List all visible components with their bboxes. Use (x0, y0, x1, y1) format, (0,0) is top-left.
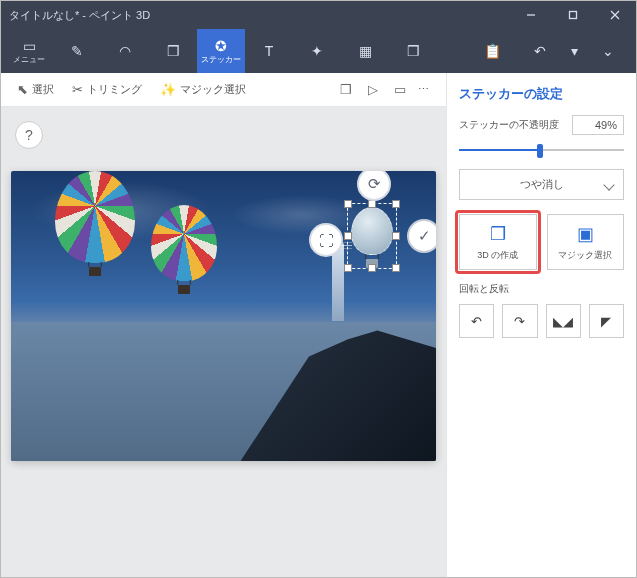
opacity-slider[interactable] (459, 141, 624, 159)
rotate-handle[interactable]: ⟳ (357, 171, 391, 201)
handle-tc[interactable] (368, 200, 376, 208)
crop-tool[interactable]: ✂ トリミング (66, 78, 148, 101)
minimize-button[interactable] (510, 1, 552, 29)
undo-button[interactable]: ↶ (516, 29, 564, 73)
handle-bc[interactable] (368, 264, 376, 272)
stamp-icon: ⛶ (319, 232, 334, 249)
magic-select-button[interactable]: ▣ マジック選択 (547, 214, 625, 270)
more-tools[interactable]: ⋯ (412, 83, 436, 96)
check-icon: ✓ (418, 227, 431, 245)
finish-dropdown[interactable]: つや消し (459, 169, 624, 200)
stamp-button[interactable]: ⛶ (309, 223, 343, 257)
flip-v-icon: ◤ (601, 314, 611, 329)
close-button[interactable] (594, 1, 636, 29)
history-dropdown[interactable]: ▾ (564, 29, 584, 73)
paste-button[interactable]: 📋 (468, 29, 516, 73)
expand-button[interactable]: ⌄ (584, 29, 632, 73)
mixed-reality-tool[interactable]: ▷ (368, 82, 378, 97)
magic-wand-icon: ✨ (160, 82, 176, 97)
make-3d-button[interactable]: ❒ 3D の作成 (459, 214, 537, 270)
magic-select-tool[interactable]: ✨ マジック選択 (154, 78, 252, 101)
effects-tab[interactable]: ✦ (293, 29, 341, 73)
cube-icon: ❒ (167, 43, 180, 59)
stickers-tab[interactable]: ✪ ステッカー (197, 29, 245, 73)
canvas-tab[interactable]: ▦ (341, 29, 389, 73)
brushes-tab[interactable]: ✎ (53, 29, 101, 73)
menu-tab[interactable]: ▭ メニュー (5, 29, 53, 73)
canvas[interactable]: ? (1, 107, 446, 577)
handle-tr[interactable] (392, 200, 400, 208)
sub-toolbar: ⬉ 選択 ✂ トリミング ✨ マジック選択 ❒ ▷ ▭ ⋯ (1, 73, 446, 107)
balloon-large (55, 171, 135, 276)
chevron-down-icon: ⌄ (602, 43, 614, 59)
main-toolbar: ▭ メニュー ✎ ◠ ❒ ✪ ステッカー T ✦ ▦ ❒ 📋 ↶ ▾ ⌄ (1, 29, 636, 73)
window-title: タイトルなし* - ペイント 3D (9, 8, 510, 23)
zoom-tool[interactable]: ▭ (394, 82, 406, 97)
flip-horizontal-button[interactable]: ◣◢ (546, 304, 581, 338)
shapes3d-tab[interactable]: ❒ (149, 29, 197, 73)
view3d-tool[interactable]: ❒ (340, 82, 352, 97)
library-tab[interactable]: ❒ (389, 29, 437, 73)
cube3d-icon: ❒ (490, 223, 506, 245)
canvas-image: ⟳ ⛶ ✓ (11, 171, 436, 461)
handle-bl[interactable] (344, 264, 352, 272)
commit-button[interactable]: ✓ (407, 219, 436, 253)
title-bar: タイトルなし* - ペイント 3D (1, 1, 636, 29)
shapes2d-tab[interactable]: ◠ (101, 29, 149, 73)
handle-ml[interactable] (344, 232, 352, 240)
sticker-icon: ✪ (215, 38, 227, 54)
handle-br[interactable] (392, 264, 400, 272)
app-window: タイトルなし* - ペイント 3D ▭ メニュー ✎ ◠ ❒ ✪ ステッカー T… (0, 0, 637, 578)
selection-box[interactable] (347, 203, 397, 269)
rotate-ccw-button[interactable]: ↶ (459, 304, 494, 338)
select-tool[interactable]: ⬉ 選択 (11, 78, 60, 101)
opacity-value[interactable]: 49% (572, 115, 624, 135)
text-tab[interactable]: T (245, 29, 293, 73)
canvas-icon: ▦ (359, 43, 372, 59)
balloon-medium (151, 205, 217, 294)
sidebar-title: ステッカーの設定 (459, 85, 624, 103)
undo-icon: ↶ (534, 43, 546, 59)
paste-icon: 📋 (484, 43, 501, 59)
help-button[interactable]: ? (15, 121, 43, 149)
rotate-cw-button[interactable]: ↷ (502, 304, 537, 338)
shapes2d-icon: ◠ (119, 43, 131, 59)
sidebar: ステッカーの設定 ステッカーの不透明度 49% つや消し ❒ 3D の作成 ▣ (446, 73, 636, 577)
rotate-flip-label: 回転と反転 (459, 282, 624, 296)
folder-icon: ▭ (23, 38, 36, 54)
rotate-cw-icon: ↷ (514, 314, 525, 329)
crop-icon: ✂ (72, 82, 83, 97)
maximize-button[interactable] (552, 1, 594, 29)
handle-mr[interactable] (392, 232, 400, 240)
rotate-ccw-icon: ↶ (471, 314, 482, 329)
effects-icon: ✦ (311, 43, 323, 59)
svg-rect-1 (570, 12, 577, 19)
flip-vertical-button[interactable]: ◤ (589, 304, 624, 338)
rotate-icon: ⟳ (368, 175, 381, 193)
opacity-label: ステッカーの不透明度 (459, 118, 564, 132)
caret-down-icon: ▾ (571, 43, 578, 59)
cursor-icon: ⬉ (17, 82, 28, 97)
magic-select-icon: ▣ (577, 223, 594, 245)
flip-h-icon: ◣◢ (553, 314, 573, 329)
text-icon: T (265, 43, 274, 59)
handle-tl[interactable] (344, 200, 352, 208)
library-icon: ❒ (407, 43, 420, 59)
canvas-area: ⬉ 選択 ✂ トリミング ✨ マジック選択 ❒ ▷ ▭ ⋯ ? (1, 73, 446, 577)
brush-icon: ✎ (71, 43, 83, 59)
